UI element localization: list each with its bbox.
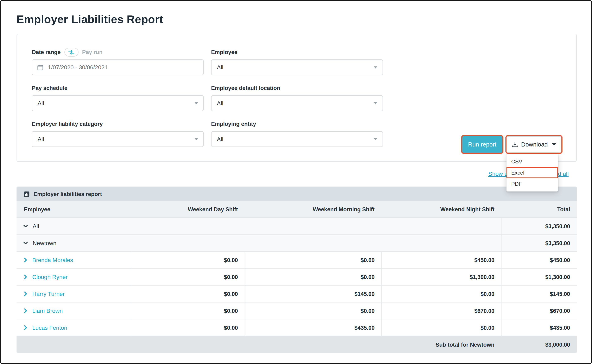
date-range-label: Date range (32, 49, 61, 55)
employee-name-link[interactable]: Brenda Morales (32, 257, 73, 263)
field-employee: Employee All (211, 48, 383, 75)
employee-select-value: All (217, 64, 223, 71)
amount-cell: $1,300.00 (501, 269, 577, 285)
employee-name-link[interactable]: Harry Turner (32, 291, 65, 297)
table-row: Liam Brown $0.00 $0.00 $670.00 $670.00 (17, 303, 577, 319)
group-total: $3,350.00 (501, 235, 577, 251)
field-employer-liability-category: Employer liability category All (32, 120, 204, 147)
amount-cell: $450.00 (381, 252, 501, 268)
collapse-chevron-down-icon[interactable] (23, 225, 28, 228)
amount-cell: $0.00 (131, 303, 245, 319)
date-range-input[interactable]: 1/07/2020 - 30/06/2021 (32, 59, 204, 75)
date-range-value: 1/07/2020 - 30/06/2021 (48, 64, 108, 71)
amount-cell: $670.00 (501, 303, 577, 319)
group-row-newtown: Newtown $3,350.00 (17, 235, 577, 252)
chevron-down-icon (195, 102, 198, 104)
menu-item-pdf[interactable]: PDF (506, 178, 558, 189)
amount-cell: $0.00 (381, 286, 501, 302)
column-header-employee: Employee (17, 202, 131, 217)
amount-cell: $0.00 (131, 319, 245, 336)
employee-default-location-select[interactable]: All (211, 95, 383, 111)
employee-name-link[interactable]: Clough Ryner (32, 274, 67, 280)
amount-cell: $0.00 (245, 269, 381, 285)
group-row-all: All $3,350.00 (17, 218, 577, 235)
amount-cell: $0.00 (381, 319, 501, 336)
expand-chevron-right-icon[interactable] (24, 325, 27, 330)
date-payrun-toggle[interactable] (64, 48, 79, 56)
download-button-label: Download (521, 141, 548, 148)
employing-entity-label: Employing entity (211, 121, 256, 127)
column-header-weekend-night-shift: Weekend Night Shift (381, 202, 501, 217)
amount-cell: $1,300.00 (381, 269, 501, 285)
group-label: All (33, 223, 39, 229)
expand-chevron-right-icon[interactable] (24, 308, 27, 313)
chart-icon (24, 191, 30, 197)
column-header-total: Total (501, 202, 577, 217)
employer-liability-category-label: Employer liability category (32, 121, 103, 127)
pay-schedule-select[interactable]: All (32, 95, 204, 111)
filters-grid: Date range Pay run (32, 48, 561, 147)
run-report-button[interactable]: Run report (462, 136, 502, 153)
amount-cell: $0.00 (245, 303, 381, 319)
download-button[interactable]: Download (506, 136, 561, 153)
amount-cell: $0.00 (131, 269, 245, 285)
table-row: Clough Ryner $0.00 $0.00 $1,300.00 $1,30… (17, 269, 577, 286)
chevron-down-icon (374, 138, 377, 140)
download-icon (512, 141, 518, 148)
amount-cell: $145.00 (245, 286, 381, 302)
chevron-down-icon (552, 143, 556, 146)
subtotal-label: Sub total for Newtown (17, 336, 501, 353)
employer-liability-category-select[interactable]: All (32, 131, 204, 147)
report-bar-title: Employer liabilities report (33, 191, 102, 197)
amount-cell: $0.00 (131, 286, 245, 302)
amount-cell: $435.00 (245, 319, 381, 336)
amount-cell: $670.00 (381, 303, 501, 319)
field-employee-default-location: Employee default location All (211, 84, 383, 111)
chevron-down-icon (374, 66, 377, 69)
expand-chevron-right-icon[interactable] (24, 291, 27, 296)
report-actions: Run report Download CSV Excel PDF (462, 136, 561, 153)
collapse-chevron-down-icon[interactable] (23, 241, 28, 245)
pay-schedule-select-value: All (38, 100, 44, 106)
menu-item-csv[interactable]: CSV (506, 156, 558, 167)
subtotal-row: Sub total for Newtown $3,000.00 (17, 336, 577, 353)
expand-chevron-right-icon[interactable] (24, 258, 27, 262)
menu-item-excel[interactable]: Excel (506, 167, 558, 178)
table-row: Lucas Fenton $0.00 $435.00 $0.00 $435.00 (17, 319, 577, 336)
employer-liabilities-report-page: Employer Liabilities Report Date range (0, 0, 592, 364)
pay-run-label: Pay run (82, 49, 103, 55)
report-section: Employer liabilities report Employee Wee… (17, 187, 577, 353)
chevron-down-icon (374, 102, 377, 104)
employee-name-link[interactable]: Liam Brown (32, 307, 63, 314)
swap-arrows-icon (68, 50, 74, 54)
employee-name-link[interactable]: Lucas Fenton (32, 324, 67, 331)
subtotal-value: $3,000.00 (501, 336, 577, 353)
field-employing-entity: Employing entity All (211, 120, 383, 147)
calendar-icon (37, 64, 43, 70)
column-header-weekend-day-shift: Weekend Day Shift (131, 202, 245, 217)
expand-chevron-right-icon[interactable] (24, 274, 27, 280)
amount-cell: $145.00 (501, 286, 577, 302)
employee-select[interactable]: All (211, 59, 383, 75)
download-menu-wrap: Download CSV Excel PDF (506, 136, 561, 153)
group-label: Newtown (33, 240, 56, 246)
amount-cell: $0.00 (131, 252, 245, 268)
amount-cell: $435.00 (501, 319, 577, 336)
amount-cell: $450.00 (501, 252, 577, 268)
employee-default-location-select-value: All (217, 100, 223, 106)
column-header-weekend-morning-shift: Weekend Morning Shift (245, 202, 381, 217)
table-header-row: Employee Weekend Day Shift Weekend Morni… (17, 202, 577, 218)
page-title: Employer Liabilities Report (17, 13, 163, 26)
download-dropdown-menu: CSV Excel PDF (506, 154, 558, 191)
employee-label: Employee (211, 49, 238, 55)
employing-entity-select[interactable]: All (211, 131, 383, 147)
filters-panel: Date range Pay run (17, 34, 577, 162)
table-row: Brenda Morales $0.00 $0.00 $450.00 $450.… (17, 252, 577, 269)
group-total: $3,350.00 (501, 218, 577, 234)
amount-cell: $0.00 (245, 252, 381, 268)
field-date-range: Date range Pay run (32, 48, 204, 75)
chevron-down-icon (195, 138, 198, 140)
field-pay-schedule: Pay schedule All (32, 84, 204, 111)
table-row: Harry Turner $0.00 $145.00 $0.00 $145.00 (17, 286, 577, 303)
employee-default-location-label: Employee default location (211, 85, 280, 91)
